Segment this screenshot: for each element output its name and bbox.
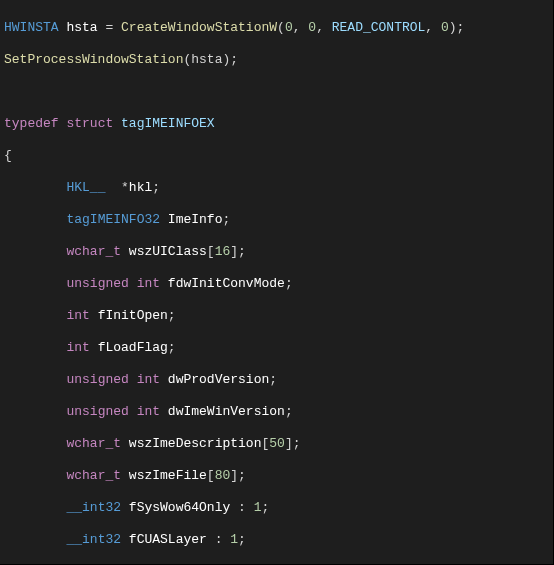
code-line: unsigned int fdwInitConvMode;	[4, 276, 549, 292]
token-func: CreateWindowStationW	[121, 20, 277, 35]
token: ;	[222, 212, 230, 227]
token: ;	[285, 276, 293, 291]
code-line: tagIMEINFO32 ImeInfo;	[4, 212, 549, 228]
token-id: fSysWow64Only	[129, 500, 230, 515]
code-line: unsigned int dwImeWinVersion;	[4, 404, 549, 420]
token: [	[207, 468, 215, 483]
code-line: __int32 fCUASLayer : 1;	[4, 532, 549, 548]
token-type: HKL__	[66, 180, 105, 195]
token	[4, 180, 66, 195]
code-line: wchar_t wszUIClass[16];	[4, 244, 549, 260]
token-id: tagIMEINFOEX	[121, 116, 215, 131]
token-type: HWINSTA	[4, 20, 59, 35]
token	[4, 436, 66, 451]
token	[4, 244, 66, 259]
token	[4, 500, 66, 515]
token-type: unsigned int	[66, 276, 160, 291]
token-num: 0	[285, 20, 293, 35]
token-num: 50	[269, 436, 285, 451]
token-id: READ_CONTROL	[332, 20, 426, 35]
token: [	[207, 244, 215, 259]
code-line: HKL__ *hkl;	[4, 180, 549, 196]
token-id: ImeInfo	[168, 212, 223, 227]
token-id: wszImeFile	[129, 468, 207, 483]
token: ,	[425, 20, 441, 35]
token-id: fCUASLayer	[129, 532, 207, 547]
token: *	[105, 180, 128, 195]
token-kw: struct	[66, 116, 113, 131]
token	[90, 340, 98, 355]
token-type: wchar_t	[66, 436, 121, 451]
token	[121, 244, 129, 259]
token	[113, 20, 121, 35]
token-type: int	[66, 308, 89, 323]
token-id: wszImeDescription	[129, 436, 262, 451]
token-id: fdwInitConvMode	[168, 276, 285, 291]
token	[160, 404, 168, 419]
token-type: wchar_t	[66, 244, 121, 259]
token	[90, 308, 98, 323]
token: ;	[152, 180, 160, 195]
token: ;	[168, 340, 176, 355]
token	[4, 276, 66, 291]
token	[113, 116, 121, 131]
token-type: __int32	[66, 532, 121, 547]
code-line: int fLoadFlag;	[4, 340, 549, 356]
token-num: 16	[215, 244, 231, 259]
token: ];	[230, 468, 246, 483]
token-id: hkl	[129, 180, 152, 195]
token: ,	[293, 20, 309, 35]
code-line	[4, 84, 549, 100]
token-num: 80	[215, 468, 231, 483]
token: ,	[316, 20, 332, 35]
code-line: wchar_t wszImeFile[80];	[4, 468, 549, 484]
token: );	[449, 20, 465, 35]
token-func: SetProcessWindowStation	[4, 52, 183, 67]
token	[4, 372, 66, 387]
token-type: unsigned int	[66, 404, 160, 419]
token	[160, 372, 168, 387]
token: ;	[269, 372, 277, 387]
code-line: wchar_t wszImeDescription[50];	[4, 436, 549, 452]
token: ;	[285, 404, 293, 419]
token	[4, 212, 66, 227]
code-line: int fInitOpen;	[4, 308, 549, 324]
token-id: dwProdVersion	[168, 372, 269, 387]
token-type: __int32	[66, 500, 121, 515]
token-type: unsigned int	[66, 372, 160, 387]
token: hsta	[59, 20, 106, 35]
token-num: 0	[308, 20, 316, 35]
token-type: wchar_t	[66, 468, 121, 483]
code-line: SetProcessWindowStation(hsta);	[4, 52, 549, 68]
code-line: HWINSTA hsta = CreateWindowStationW(0, 0…	[4, 20, 549, 36]
token-id: fLoadFlag	[98, 340, 168, 355]
code-editor: HWINSTA hsta = CreateWindowStationW(0, 0…	[0, 0, 554, 565]
token: :	[230, 500, 253, 515]
token: (hsta);	[183, 52, 238, 67]
token-kw: typedef	[4, 116, 59, 131]
token: ];	[230, 244, 246, 259]
token	[4, 340, 66, 355]
token-type: tagIMEINFO32	[66, 212, 160, 227]
token	[4, 468, 66, 483]
code-line: typedef struct tagIMEINFOEX	[4, 116, 549, 132]
token	[4, 308, 66, 323]
token-id: fInitOpen	[98, 308, 168, 323]
token-id: wszUIClass	[129, 244, 207, 259]
token	[121, 532, 129, 547]
token-type: int	[66, 340, 89, 355]
token	[4, 404, 66, 419]
token: ;	[238, 532, 246, 547]
token	[4, 532, 66, 547]
token	[160, 212, 168, 227]
token	[121, 468, 129, 483]
token: (	[277, 20, 285, 35]
code-line: __int32 fSysWow64Only : 1;	[4, 500, 549, 516]
token	[121, 436, 129, 451]
code-line: unsigned int dwProdVersion;	[4, 372, 549, 388]
token-id: dwImeWinVersion	[168, 404, 285, 419]
token: ;	[261, 500, 269, 515]
token: {	[4, 148, 12, 163]
token-num: 0	[441, 20, 449, 35]
token: ];	[285, 436, 301, 451]
